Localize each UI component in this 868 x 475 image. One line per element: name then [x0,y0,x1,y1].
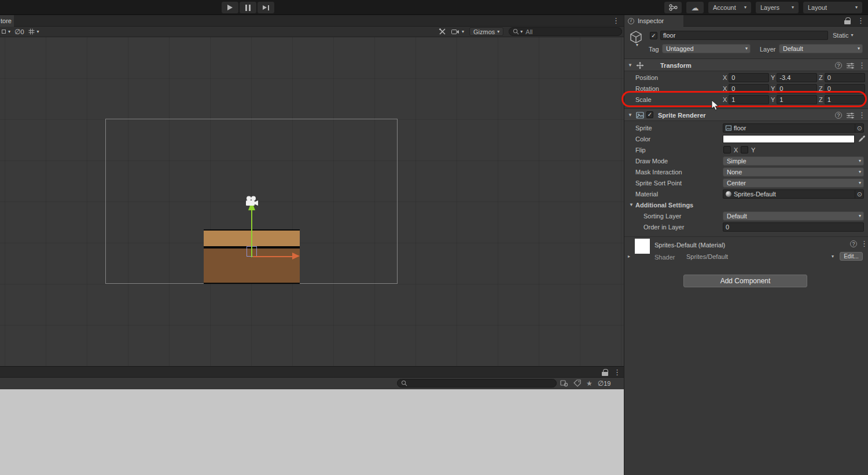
presets-icon[interactable] [847,112,854,119]
scale-label: Scale [635,96,652,103]
eyedropper-icon[interactable] [858,135,865,142]
static-label: Static [833,32,849,39]
search-by-type-icon[interactable] [560,379,568,387]
project-search-input[interactable] [397,379,557,388]
gizmos-label: Gizmos [473,28,495,35]
scene-search-input[interactable]: ▾ All [509,27,622,36]
tab-inspector[interactable]: i Inspector [624,15,683,27]
shading-mode-dropdown[interactable]: ▾ [2,30,10,34]
layout-dropdown[interactable]: Layout▾ [803,2,862,13]
mask-interaction-dropdown[interactable]: None▾ [723,167,864,177]
additional-settings-row[interactable]: ▼ Additional Settings [624,200,868,211]
position-label: Position [635,74,658,81]
material-object-field[interactable]: Sprites-Default ⊙ [723,189,864,199]
flip-x-checkbox[interactable] [723,146,731,154]
rotation-x-field[interactable]: 0 [729,84,769,93]
rotation-z-field[interactable]: 0 [825,84,865,93]
tag-dropdown[interactable]: Untagged▾ [662,44,751,53]
project-visibility-toggle[interactable]: ∅19 [598,379,611,388]
component-kebab-icon[interactable]: ⋮ [858,61,866,69]
y-axis-arrow[interactable] [251,210,252,257]
help-icon[interactable]: ? [835,112,842,119]
object-picker-icon[interactable]: ⊙ [855,190,862,198]
save-search-star-icon[interactable]: ★ [586,379,593,388]
account-dropdown[interactable]: Account▾ [708,2,751,13]
foldout-icon[interactable]: ▼ [628,63,632,68]
cloud-button[interactable]: ☁ [686,2,704,13]
position-z-field[interactable]: 0 [825,73,865,82]
scale-x-field[interactable]: 1 [729,95,769,104]
tab-asset-store[interactable]: tore [0,15,14,27]
sprite-sort-point-dropdown[interactable]: Center▾ [723,178,864,188]
scale-z-field[interactable]: 1 [825,95,865,104]
gizmos-dropdown[interactable]: Gizmos▾ [469,27,503,36]
grid-settings-dropdown[interactable]: ▾ [28,28,39,35]
layer-dropdown[interactable]: Default▾ [779,44,863,53]
play-button[interactable] [222,2,238,13]
chevron-down-icon: ▾ [832,254,834,259]
active-checkbox[interactable]: ✓ [650,32,657,39]
axis-y-label: Y [771,96,775,103]
sprite-object-field[interactable]: floor ⊙ [723,123,864,133]
sorting-layer-dropdown[interactable]: Default▾ [723,211,864,221]
component-enabled-checkbox[interactable]: ✓ [646,111,653,118]
scene-view[interactable] [0,37,624,366]
draw-mode-dropdown[interactable]: Simple▾ [723,156,864,166]
layer-value: Default [783,45,803,52]
project-content-area [0,389,624,475]
object-picker-icon[interactable]: ⊙ [855,124,862,132]
color-swatch[interactable] [723,135,855,143]
add-component-button[interactable]: Add Component [683,275,807,287]
gameobject-icon-caret[interactable]: ▾ [636,43,638,48]
chevron-down-icon: ▾ [497,30,499,34]
material-kebab-icon[interactable]: ⋮ [860,240,868,247]
help-icon[interactable]: ? [835,62,842,69]
mouse-cursor [711,100,720,111]
axis-x-label: X [723,85,727,92]
tools-icon[interactable] [439,28,446,35]
foldout-icon[interactable]: ▼ [629,203,634,207]
help-icon[interactable]: ? [850,240,857,247]
transform-header[interactable]: ▼ Transform ? ⋮ [624,59,868,71]
scene-camera-dropdown[interactable]: ▾ [451,29,464,35]
material-foldout-icon[interactable]: ▸ [628,254,630,259]
flip-y-checkbox[interactable] [741,146,748,154]
presets-icon[interactable] [847,63,854,69]
transform-icon [636,61,644,70]
material-thumbnail [635,239,650,254]
scene-visibility-toggle[interactable]: ∅0 [14,28,24,36]
position-y-field[interactable]: -3.4 [777,73,817,82]
camera-gizmo-icon[interactable] [245,196,259,206]
sprite-renderer-header[interactable]: ▼ ✓ Sprite Renderer ? ⋮ [624,108,868,121]
inspector-menu-kebab-icon[interactable]: ⋮ [857,17,865,24]
position-x-field[interactable]: 0 [729,73,769,82]
gameobject-name-field[interactable]: floor [660,31,828,40]
x-axis-arrowhead[interactable] [292,253,300,260]
transport-controls [222,2,274,13]
material-value: Sprites-Default [734,191,776,198]
play-icon [227,5,233,10]
layers-dropdown[interactable]: Layers▾ [756,2,799,13]
edit-button[interactable]: Edit... [840,252,863,261]
step-button[interactable] [258,2,274,13]
color-label: Color [635,136,650,142]
order-in-layer-field[interactable]: 0 [723,222,864,232]
scene-menu-kebab-icon[interactable]: ⋮ [612,17,620,24]
material-sphere-icon [726,191,731,197]
static-dropdown[interactable]: Static▾ [833,32,854,39]
project-menu-kebab-icon[interactable]: ⋮ [613,368,621,376]
chevron-down-icon: ▾ [851,33,854,38]
rotation-y-field[interactable]: 0 [777,84,817,93]
scale-y-field[interactable]: 1 [777,95,817,104]
lock-icon[interactable] [602,369,608,376]
search-by-label-icon[interactable] [573,379,581,387]
shader-dropdown[interactable]: Sprites/Default ▾ [686,252,834,261]
version-control-button[interactable] [664,2,682,13]
lock-icon[interactable] [844,17,851,24]
foldout-icon[interactable]: ▼ [628,113,632,118]
component-kebab-icon[interactable]: ⋮ [858,111,866,119]
chevron-down-icon: ▾ [858,46,860,51]
pause-button[interactable] [240,2,256,13]
toolbar-right-group: ☁ Account▾ Layers▾ Layout▾ [664,2,862,13]
x-axis-arrow[interactable] [253,256,292,257]
